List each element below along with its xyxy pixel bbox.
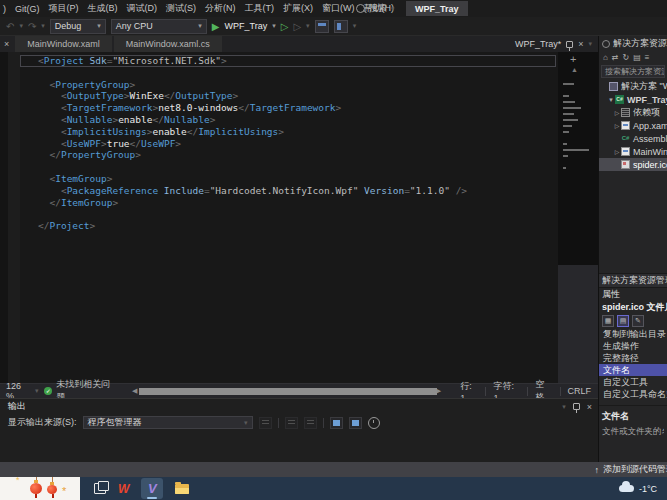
run-target-dropdown-icon[interactable]: ▾ — [272, 22, 276, 30]
refresh-icon[interactable]: ↻ — [623, 53, 630, 62]
property-pages-icon[interactable]: ✎ — [632, 315, 644, 327]
home-icon[interactable]: ⌂ — [603, 53, 608, 62]
widgets-button[interactable]: * * — [0, 477, 80, 500]
categorized-icon[interactable]: ▦ — [602, 315, 614, 327]
editor-scroll-column[interactable]: + ▲ — [558, 52, 598, 383]
tree-item-spider-ico[interactable]: spider.ico — [599, 158, 667, 171]
tree-item--[interactable]: ▷依赖项 — [599, 106, 667, 119]
menu-item[interactable]: 分析(N) — [205, 2, 236, 15]
code-line[interactable]: <Nullable>enable</Nullable> — [20, 114, 558, 126]
code-line[interactable]: </Project> — [20, 220, 558, 232]
code-lines[interactable]: <Project Sdk="Microsoft.NET.Sdk"> <Prope… — [20, 52, 558, 383]
switch-view-icon[interactable]: ⇄ — [612, 53, 619, 62]
undo-icon[interactable]: ↶ — [6, 21, 14, 32]
property-row[interactable]: 自定义工具命名空间 — [599, 388, 667, 400]
redo-dropdown-icon[interactable]: ▾ — [41, 22, 45, 30]
add-to-source-control-button[interactable]: ↑ 添加到源代码管理 — [595, 463, 667, 476]
plus-icon[interactable]: + — [570, 53, 576, 65]
property-row[interactable]: 生成操作 — [599, 340, 667, 352]
menu-item[interactable]: 生成(B) — [88, 2, 118, 15]
property-row[interactable]: 自定义工具 — [599, 376, 667, 388]
file-explorer-button[interactable] — [175, 484, 189, 494]
property-row[interactable]: 完整路径 — [599, 352, 667, 364]
solution-search-input[interactable]: 搜索解决方案资源管理器(Ctrl+;) — [601, 65, 665, 78]
scroll-left-icon[interactable]: ◀ — [132, 387, 137, 395]
code-line[interactable]: <PropertyGroup> — [20, 79, 558, 91]
minimap[interactable] — [563, 83, 589, 173]
code-line[interactable] — [20, 208, 558, 220]
scrollbar-thumb[interactable] — [139, 388, 437, 395]
tree-item-mainwindow-xaml[interactable]: ▷MainWindow.xaml — [599, 145, 667, 158]
clear-output-icon[interactable] — [330, 417, 343, 429]
menu-item[interactable]: 扩展(X) — [283, 2, 313, 15]
code-line[interactable]: <ItemGroup> — [20, 173, 558, 185]
tab-solution-explorer[interactable]: 解决方案资源管理器 — [599, 273, 667, 287]
code-line[interactable]: <ImplicitUsings>enable</ImplicitUsings> — [20, 126, 558, 138]
output-find-icon[interactable] — [259, 417, 272, 429]
code-line[interactable]: <UseWPF>true</UseWPF> — [20, 138, 558, 150]
run-target-label[interactable]: WPF_Tray — [225, 21, 268, 31]
tree-arrow-icon[interactable]: ▷ — [613, 122, 621, 129]
start-debug-icon[interactable]: ▶ — [212, 21, 220, 32]
code-editor[interactable]: <Project Sdk="Microsoft.NET.Sdk"> <Prope… — [0, 52, 598, 383]
collapse-all-icon[interactable]: ▤ — [633, 53, 641, 62]
code-line[interactable]: <OutputType>WinExe</OutputType> — [20, 90, 558, 102]
property-row[interactable]: 文件名 — [599, 364, 667, 376]
attach-dropdown-icon[interactable]: ▾ — [306, 22, 310, 30]
close-icon[interactable]: × — [578, 39, 583, 49]
solution-explorer-header[interactable]: 解决方案资源管理器 — [599, 36, 667, 51]
toolbar-overflow-icon[interactable]: ▾ — [353, 22, 357, 30]
code-line[interactable]: <TargetFramework>net8.0-windows</TargetF… — [20, 102, 558, 114]
tree-item-assemblyinfo-cs[interactable]: C#AssemblyInfo.cs — [599, 132, 667, 145]
tree-arrow-icon[interactable]: ▼ — [607, 97, 615, 103]
tree-item-app-xaml[interactable]: ▷App.xaml — [599, 119, 667, 132]
redo-icon[interactable]: ↷ — [28, 21, 36, 32]
code-line[interactable]: <PackageReference Include="Hardcodet.Not… — [20, 185, 558, 197]
code-line[interactable]: </ItemGroup> — [20, 197, 558, 209]
menu-item[interactable]: 调试(D) — [127, 2, 158, 15]
code-line[interactable] — [20, 67, 558, 79]
undo-dropdown-icon[interactable]: ▾ — [19, 22, 23, 30]
toolbar-icon-1[interactable] — [315, 20, 329, 33]
tree-arrow-icon[interactable]: ▷ — [613, 148, 621, 155]
visual-studio-button[interactable]: V — [141, 478, 163, 499]
menu-item[interactable]: 测试(S) — [166, 2, 196, 15]
menu-item[interactable]: ) — [3, 4, 6, 14]
scroll-up-icon[interactable]: ▲ — [571, 66, 578, 73]
chevron-down-icon[interactable]: ▾ — [588, 40, 592, 48]
code-line[interactable] — [20, 161, 558, 173]
pin-icon[interactable] — [566, 41, 573, 48]
platform-select[interactable]: Any CPU ▾ — [111, 19, 207, 34]
chevron-down-icon[interactable]: ▾ — [562, 403, 566, 411]
output-source-select[interactable]: 程序包管理器 ▾ — [83, 416, 253, 429]
tab-mainwindow-xaml[interactable]: MainWindow.xaml — [15, 36, 112, 52]
tree-arrow-icon[interactable]: ▷ — [613, 109, 621, 116]
toolbar-icon-2[interactable] — [334, 20, 348, 33]
timestamp-icon[interactable] — [368, 417, 380, 429]
taskbar-weather[interactable]: -1°C — [619, 484, 667, 494]
wps-office-button[interactable]: W — [118, 482, 129, 496]
code-line[interactable]: </PropertyGroup> — [20, 149, 558, 161]
word-wrap-icon[interactable] — [349, 417, 362, 429]
tab-mainwindow-xaml-cs[interactable]: MainWindow.xaml.cs — [114, 36, 222, 52]
line-ending-indicator[interactable]: CRLF — [560, 386, 598, 396]
output-next-icon[interactable] — [304, 417, 317, 429]
task-view-button[interactable] — [94, 483, 106, 494]
preview-tab-wpf-tray[interactable]: WPF_Tray* × ▾ — [515, 39, 598, 49]
start-without-debug-icon[interactable]: ▷ — [281, 21, 289, 32]
horizontal-scrollbar[interactable] — [139, 388, 433, 395]
menu-item[interactable]: Git(G) — [15, 4, 40, 14]
alphabetical-icon[interactable]: ▤ — [617, 315, 629, 327]
property-row[interactable]: 复制到输出目录 — [599, 328, 667, 340]
configuration-select[interactable]: Debug ▾ — [50, 19, 106, 34]
output-prev-icon[interactable] — [285, 417, 298, 429]
close-icon[interactable]: × — [4, 39, 9, 49]
attach-process-icon[interactable]: ▷ — [293, 21, 301, 32]
tree-item--wpf-tray-[interactable]: 解决方案 "WPF_Tray" — [599, 80, 667, 93]
tree-item-wpf-tray[interactable]: ▼C#WPF_Tray — [599, 93, 667, 106]
menu-item[interactable]: 工具(T) — [245, 2, 275, 15]
show-all-files-icon[interactable]: ≡ — [645, 53, 650, 62]
menu-item[interactable]: 项目(P) — [49, 2, 79, 15]
project-badge[interactable]: WPF_Tray — [406, 1, 468, 16]
menu-item[interactable]: 窗口(W) — [322, 2, 355, 15]
